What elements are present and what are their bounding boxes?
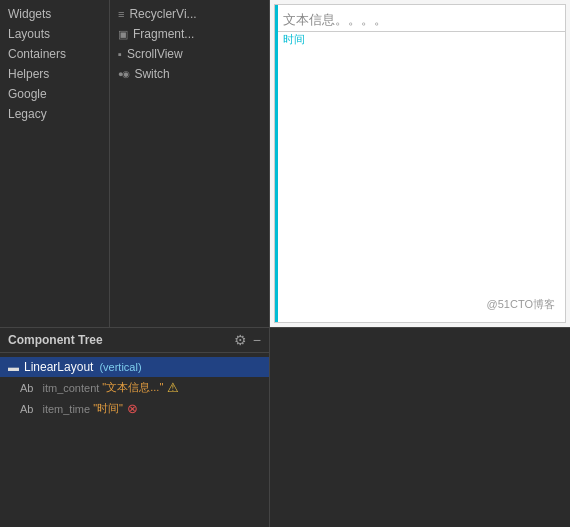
left-sidebar: Widgets Layouts Containers Helpers Googl… bbox=[0, 0, 110, 327]
header-icons: ⚙ − bbox=[234, 332, 261, 348]
sidebar-item-google[interactable]: Google bbox=[0, 84, 109, 104]
sidebar-item-widgets[interactable]: Widgets bbox=[0, 4, 109, 24]
recyclerview-icon: ≡ bbox=[118, 8, 124, 20]
sidebar-item-layouts[interactable]: Layouts bbox=[0, 24, 109, 44]
palette-panel: ≡ RecyclerVi... ▣ Fragment... ▪ ScrollVi… bbox=[110, 0, 270, 327]
palette-recyclerview[interactable]: ≡ RecyclerVi... bbox=[110, 4, 269, 24]
gear-icon[interactable]: ⚙ bbox=[234, 332, 247, 348]
linearlayout-icon: ▬ bbox=[8, 361, 19, 373]
itm-content-label: itm_content bbox=[42, 382, 99, 394]
bottom-section: Component Tree ⚙ − ▬ LinearLayout (verti… bbox=[0, 327, 570, 527]
linearlayout-label: LinearLayout bbox=[24, 360, 93, 374]
sidebar-item-helpers[interactable]: Helpers bbox=[0, 64, 109, 84]
preview-text-info: 文本信息。。。。 bbox=[275, 5, 565, 31]
sidebar-item-legacy[interactable]: Legacy bbox=[0, 104, 109, 124]
tree-node-linearlayout[interactable]: ▬ LinearLayout (vertical) bbox=[0, 357, 269, 377]
component-tree-title: Component Tree bbox=[8, 333, 103, 347]
sidebar-top: Widgets Layouts Containers Helpers Googl… bbox=[0, 0, 109, 327]
palette-scrollview[interactable]: ▪ ScrollView bbox=[110, 44, 269, 64]
scrollview-icon: ▪ bbox=[118, 48, 122, 60]
palette-scrollview-label: ScrollView bbox=[127, 47, 183, 61]
watermark: @51CTO博客 bbox=[487, 297, 555, 312]
item-time-badge: ⊗ bbox=[127, 401, 138, 416]
item-time-value: "时间" bbox=[93, 401, 123, 416]
itm-content-icon: Ab bbox=[20, 382, 33, 394]
preview-canvas: 文本信息。。。。 时间 @51CTO博客 bbox=[274, 4, 566, 323]
component-tree-panel: Component Tree ⚙ − ▬ LinearLayout (verti… bbox=[0, 328, 270, 527]
item-time-label: item_time bbox=[42, 403, 90, 415]
sidebar-item-containers[interactable]: Containers bbox=[0, 44, 109, 64]
palette-fragment[interactable]: ▣ Fragment... bbox=[110, 24, 269, 44]
preview-time: 时间 bbox=[275, 32, 565, 47]
main-layout: Widgets Layouts Containers Helpers Googl… bbox=[0, 0, 570, 327]
linearlayout-tag: (vertical) bbox=[99, 361, 141, 373]
palette-switch-label: Switch bbox=[134, 67, 169, 81]
fragment-icon: ▣ bbox=[118, 28, 128, 41]
minus-icon[interactable]: − bbox=[253, 332, 261, 348]
item-time-icon: Ab bbox=[20, 403, 33, 415]
palette-switch[interactable]: ●◉ Switch bbox=[110, 64, 269, 84]
palette-fragment-label: Fragment... bbox=[133, 27, 194, 41]
right-preview: 文本信息。。。。 时间 @51CTO博客 bbox=[270, 0, 570, 327]
preview-blue-border bbox=[275, 5, 278, 322]
bottom-right-area bbox=[270, 328, 570, 527]
component-tree-header: Component Tree ⚙ − bbox=[0, 328, 269, 353]
tree-node-item-time[interactable]: Ab item_time "时间" ⊗ bbox=[0, 398, 269, 419]
tree-node-itm-content[interactable]: Ab itm_content "文本信息..." ⚠ bbox=[0, 377, 269, 398]
palette-recyclerview-label: RecyclerVi... bbox=[129, 7, 196, 21]
switch-icon: ●◉ bbox=[118, 69, 129, 79]
component-tree-body: ▬ LinearLayout (vertical) Ab itm_content… bbox=[0, 353, 269, 527]
itm-content-badge: ⚠ bbox=[167, 380, 179, 395]
itm-content-value: "文本信息..." bbox=[102, 380, 163, 395]
